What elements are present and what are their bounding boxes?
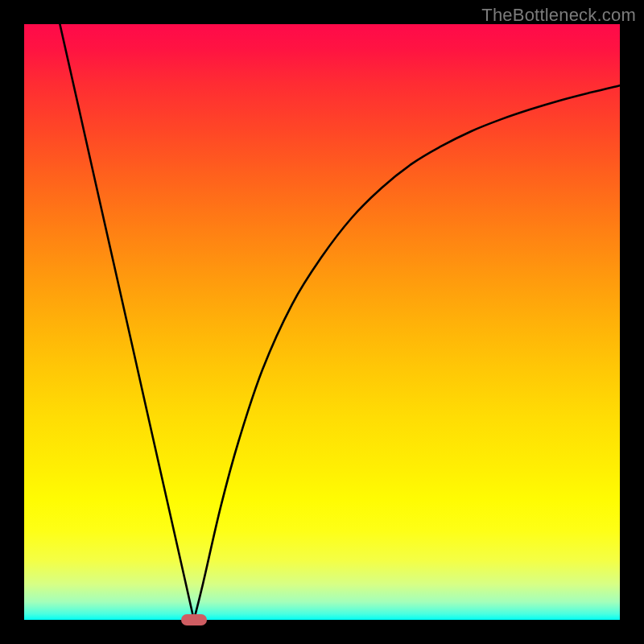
minimum-marker [181, 614, 207, 625]
curve-path [60, 24, 620, 620]
bottleneck-curve [24, 24, 620, 620]
attribution-text: TheBottleneck.com [481, 5, 636, 26]
plot-area [24, 24, 620, 620]
chart-frame: TheBottleneck.com [0, 0, 644, 644]
